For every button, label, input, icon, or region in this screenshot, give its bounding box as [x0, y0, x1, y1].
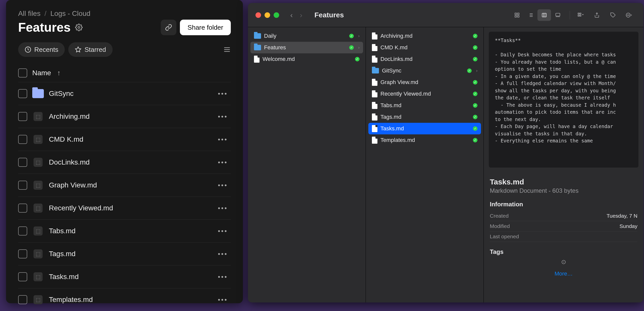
file-row[interactable]: ⬚Archiving.md•••	[18, 105, 231, 128]
column-item[interactable]: Tasks.md✓	[368, 123, 481, 134]
row-checkbox[interactable]	[18, 295, 27, 304]
file-name: Graph View.md	[49, 181, 97, 189]
column-item[interactable]: Graph View.md✓	[368, 76, 481, 88]
file-row[interactable]: ⬚Graph View.md•••	[18, 174, 231, 197]
minimize-button[interactable]	[265, 12, 270, 18]
column-item[interactable]: Templates.md✓	[368, 134, 481, 146]
more-button[interactable]: More…	[490, 270, 637, 277]
copy-link-button[interactable]	[161, 20, 176, 35]
row-checkbox[interactable]	[18, 135, 27, 144]
view-gallery-button[interactable]	[551, 9, 565, 21]
column-item[interactable]: Tabs.md✓	[368, 100, 481, 111]
preview-pane: **Tasks** - Daily Desk becomes the place…	[484, 27, 643, 302]
markdown-icon: ⬚	[34, 272, 43, 281]
svg-rect-22	[578, 15, 579, 16]
row-actions-button[interactable]: •••	[218, 227, 231, 235]
synced-icon: ✓	[349, 45, 354, 50]
item-name: CMD K.md	[380, 44, 408, 51]
document-icon	[372, 125, 377, 132]
back-button[interactable]: ‹	[290, 11, 293, 19]
file-row[interactable]: ⬚Tabs.md•••	[18, 219, 231, 242]
gear-icon[interactable]	[75, 24, 83, 31]
row-checkbox[interactable]	[18, 112, 27, 121]
actions-button[interactable]	[622, 9, 636, 21]
column-item[interactable]: Welcome.md✓	[250, 53, 363, 65]
column-item[interactable]: Recently Viewed.md✓	[368, 88, 481, 100]
row-actions-button[interactable]: •••	[218, 113, 231, 121]
file-name: Tags.md	[49, 250, 76, 258]
file-row[interactable]: ⬚Tags.md•••	[18, 242, 231, 265]
file-row[interactable]: ⬚DocLinks.md•••	[18, 151, 231, 174]
row-checkbox[interactable]	[18, 226, 27, 236]
traffic-lights	[255, 12, 279, 18]
row-actions-button[interactable]: •••	[218, 181, 231, 189]
chevron-right-icon: ›	[358, 45, 360, 50]
row-checkbox[interactable]	[18, 89, 27, 98]
column-header[interactable]: Name ↑	[18, 65, 231, 82]
document-icon	[372, 90, 377, 97]
svg-rect-19	[556, 13, 560, 16]
name-header-label: Name	[32, 69, 51, 77]
window-title: Features	[314, 11, 344, 19]
file-row[interactable]: GitSync•••	[18, 82, 231, 105]
tags-button[interactable]	[606, 9, 620, 21]
file-row[interactable]: ⬚Tasks.md•••	[18, 265, 231, 288]
file-name: Templates.md	[49, 296, 93, 304]
column-item[interactable]: Archiving.md✓	[368, 30, 481, 42]
item-name: Daily	[264, 33, 276, 39]
file-row[interactable]: ⬚Templates.md•••	[18, 288, 231, 311]
starred-chip[interactable]: Starred	[68, 42, 112, 57]
document-icon	[372, 79, 377, 86]
row-checkbox[interactable]	[18, 181, 27, 190]
view-columns-button[interactable]	[537, 9, 551, 21]
svg-rect-9	[518, 15, 519, 17]
column-item[interactable]: Daily✓›	[250, 30, 363, 42]
row-actions-button[interactable]: •••	[218, 204, 231, 212]
svg-point-28	[627, 15, 628, 15]
file-name: Archiving.md	[49, 112, 90, 121]
column-item[interactable]: CMD K.md✓	[368, 42, 481, 53]
row-checkbox[interactable]	[18, 204, 27, 213]
row-actions-button[interactable]: •••	[218, 159, 231, 166]
file-row[interactable]: ⬚CMD K.md•••	[18, 128, 231, 151]
item-name: Tags.md	[380, 114, 401, 120]
row-actions-button[interactable]: •••	[218, 250, 231, 258]
recents-chip[interactable]: Recents	[18, 42, 65, 57]
grid-icon	[514, 12, 520, 18]
row-checkbox[interactable]	[18, 249, 27, 258]
svg-point-0	[78, 26, 80, 28]
row-checkbox[interactable]	[18, 272, 27, 281]
list-toggle-icon[interactable]	[223, 46, 231, 53]
synced-icon: ✓	[473, 92, 477, 96]
breadcrumb-root[interactable]: All files	[18, 10, 41, 17]
file-name: Tabs.md	[49, 227, 76, 235]
column-item[interactable]: Tags.md✓	[368, 111, 481, 123]
column-item[interactable]: Features✓›	[250, 42, 363, 53]
row-actions-button[interactable]: •••	[218, 296, 231, 304]
share-folder-button[interactable]: Share folder	[180, 20, 231, 35]
file-row[interactable]: ⬚Recently Viewed.md•••	[18, 197, 231, 219]
row-actions-button[interactable]: •••	[218, 90, 231, 98]
forward-button[interactable]: ›	[300, 11, 302, 19]
file-name: GitSync	[49, 90, 74, 98]
view-icons-button[interactable]	[510, 9, 524, 21]
select-all-checkbox[interactable]	[18, 68, 27, 77]
cloud-panel: All files / Logs - Cloud Features Share …	[6, 0, 243, 303]
more-ellipsis-icon[interactable]: ⊙	[490, 258, 637, 265]
close-button[interactable]	[255, 12, 261, 18]
row-actions-button[interactable]: •••	[218, 273, 231, 281]
view-list-button[interactable]	[524, 9, 537, 21]
share-button[interactable]	[590, 9, 604, 21]
sort-asc-icon[interactable]: ↑	[57, 69, 61, 77]
row-checkbox[interactable]	[18, 158, 27, 167]
svg-point-29	[628, 15, 628, 15]
zoom-button[interactable]	[274, 12, 279, 18]
column-item[interactable]: DocLinks.md✓	[368, 53, 481, 65]
row-actions-button[interactable]: •••	[218, 136, 231, 143]
column-item[interactable]: GitSync✓›	[368, 65, 481, 76]
breadcrumb-folder[interactable]: Logs - Cloud	[50, 10, 90, 17]
group-by-button[interactable]	[574, 9, 588, 21]
chevron-right-icon: ›	[476, 68, 477, 73]
titlebar: ‹ › Features	[248, 3, 643, 27]
item-name: Tabs.md	[380, 102, 401, 109]
